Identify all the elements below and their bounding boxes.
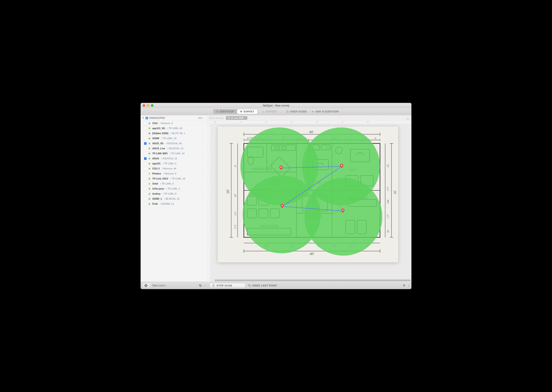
undo-last-point-button[interactable]: UNDO LAST POINT — [248, 284, 277, 287]
add-zone-survey-button[interactable]: ＋ — [406, 116, 410, 120]
zone-selector[interactable]: New zone ▾ — [152, 284, 166, 287]
network-checkbox[interactable] — [144, 157, 147, 160]
network-checkbox[interactable] — [144, 127, 147, 130]
svg-text:26': 26' — [226, 189, 230, 194]
svg-text:4'6'': 4'6'' — [386, 200, 390, 204]
network-vendor: / TP-LINK, 6 — [160, 182, 174, 185]
network-row[interactable]: SONR_1 / 0E:80:63, 10 - — [141, 196, 207, 202]
signal-strength-icon — [148, 188, 151, 190]
map-pin-icon[interactable] — [403, 284, 406, 287]
network-checkbox[interactable] — [144, 142, 147, 145]
tab-discover-label: DISCOVER — [220, 110, 234, 113]
network-ssid: SONR_1 — [152, 197, 162, 200]
network-ssid: Orbit — [152, 182, 158, 185]
user-guide-button[interactable]: USER GUIDE — [286, 110, 307, 113]
signal-strength-icon — [148, 147, 151, 150]
network-row[interactable]: Orbit / TP-LINK, 6 - — [141, 181, 207, 186]
network-checkbox[interactable] — [144, 198, 147, 200]
network-ssid: TP-Link_03C2 — [152, 177, 168, 180]
network-row[interactable]: ASUS_5G / ASUSTek, 36 - — [141, 141, 207, 146]
svg-text:4.5'': 4.5'' — [234, 212, 237, 216]
network-checkbox[interactable] — [144, 167, 147, 170]
network-checkbox[interactable] — [144, 172, 147, 175]
group-header[interactable]: ▼ − UNGROUPED dBm — [141, 115, 207, 121]
network-vendor: / TP-LINK, 40 — [167, 127, 182, 130]
network-checkbox[interactable] — [144, 152, 147, 155]
close-window-button[interactable] — [143, 104, 145, 107]
network-checkbox[interactable] — [144, 122, 147, 125]
user-guide-label: USER GUIDE — [290, 110, 307, 113]
network-checkbox[interactable] — [144, 177, 147, 180]
network-row[interactable]: SONR / TP-LINK, 10 - — [141, 136, 207, 141]
sidebar: ▼ − UNGROUPED dBm CGU / Netcore, 6 - app… — [141, 115, 207, 282]
stop-scan-button[interactable]: STOP SCAN — [210, 283, 245, 288]
svg-point-1 — [217, 111, 218, 112]
network-checkbox[interactable] — [144, 182, 147, 185]
export-button[interactable]: EXPORT — [262, 110, 277, 113]
network-row[interactable]: [Hidden SSID] / 6E:FF:7B, 1 - — [141, 131, 207, 136]
collapse-group-icon[interactable]: − — [145, 117, 148, 119]
network-ssid: ASUS_Live — [152, 147, 165, 150]
network-checkbox[interactable] — [144, 193, 147, 195]
network-list: CGU / Netcore, 6 - app131_5G / TP-LINK, … — [141, 121, 207, 282]
ask-question-button[interactable]: ASK A QUESTION — [311, 110, 339, 113]
network-row[interactable]: app131_5G / TP-LINK, 40 - — [141, 126, 207, 131]
horizontal-scrollbar[interactable] — [214, 279, 412, 282]
zoom-window-button[interactable] — [151, 104, 154, 107]
svg-point-280 — [281, 167, 282, 168]
svg-point-286 — [212, 285, 214, 287]
svg-text:12': 12' — [386, 164, 390, 168]
network-vendor: / TP-LINK, 10 — [161, 137, 176, 140]
tab-discover[interactable]: DISCOVER — [213, 109, 237, 114]
svg-text:5': 5' — [374, 137, 376, 140]
network-row[interactable]: Urfin-juice / TP-LINK, 1 - — [141, 186, 207, 191]
ruler-ticks: 0123456 — [211, 121, 412, 124]
network-vendor: / Netcore, 6 — [163, 172, 176, 175]
stop-scan-label: STOP SCAN — [216, 284, 232, 287]
network-dbm: - — [202, 152, 206, 155]
help-icon — [286, 110, 289, 113]
network-row[interactable]: ASUS_Live / ASUSTek, 13 - — [141, 146, 207, 151]
svg-text:40': 40' — [310, 252, 314, 256]
network-row[interactable]: Andrey / TP-LINK, 9 - — [141, 191, 207, 196]
network-checkbox[interactable] — [144, 162, 147, 165]
network-checkbox[interactable] — [144, 147, 147, 150]
floorplan-svg: 40' — [218, 126, 398, 263]
tab-survey[interactable]: SURVEY — [237, 109, 257, 114]
add-zone-button[interactable]: + ▾ — [143, 283, 150, 288]
titlebar: NetSpot - New survey — [141, 103, 412, 108]
network-row[interactable]: Fixik / XIAOMI, 11 - — [141, 202, 207, 207]
network-ssid: Urfin-juice — [152, 187, 164, 190]
network-checkbox[interactable] — [144, 203, 147, 205]
gear-icon[interactable] — [199, 284, 202, 287]
network-dbm: - — [202, 157, 206, 160]
svg-text:5: 5 — [342, 121, 343, 123]
svg-text:4.5'': 4.5'' — [386, 187, 389, 191]
signal-strength-icon — [148, 122, 151, 125]
network-row[interactable]: CGU 2 / Netcore, 44 - — [141, 166, 207, 171]
chevron-down-icon: ▾ — [166, 285, 166, 287]
svg-point-0 — [217, 111, 218, 112]
minimize-window-button[interactable] — [147, 104, 149, 107]
network-dbm: - — [202, 187, 206, 190]
network-row[interactable]: TP-Link_03C2 / TP-LINK, 10 - — [141, 176, 207, 181]
zone-survey-pill[interactable]: #1 12 Jun 2020 ▾ — [226, 116, 247, 120]
network-vendor: / ASUSTek, 13 — [167, 147, 183, 150]
network-ssid: app131_5G — [152, 127, 165, 130]
network-row[interactable]: app131 / TP-LINK, 5 - — [141, 161, 207, 166]
network-checkbox[interactable] — [144, 188, 147, 190]
signal-strength-icon — [148, 132, 151, 135]
disclosure-triangle-icon[interactable]: ▼ — [142, 117, 145, 119]
target-icon — [216, 110, 219, 113]
network-checkbox[interactable] — [144, 137, 147, 140]
map-pin-icon — [240, 110, 242, 113]
network-dbm: - — [202, 197, 206, 200]
canvas[interactable]: 40' — [211, 124, 412, 282]
footer: + ▾ New zone ▾ ▾ STOP SCAN UNDO LAST POI… — [141, 282, 412, 289]
svg-text:.5''3': .5''3' — [234, 225, 237, 229]
network-row[interactable]: ASUS / ASUSTek, 12 - — [141, 156, 207, 161]
network-row[interactable]: TP-LINK WIFI / TP-LINK, 10 - — [141, 151, 207, 156]
network-row[interactable]: Phobos / Netcore, 6 - — [141, 171, 207, 176]
network-row[interactable]: CGU / Netcore, 6 - — [141, 121, 207, 126]
network-checkbox[interactable] — [144, 132, 147, 135]
